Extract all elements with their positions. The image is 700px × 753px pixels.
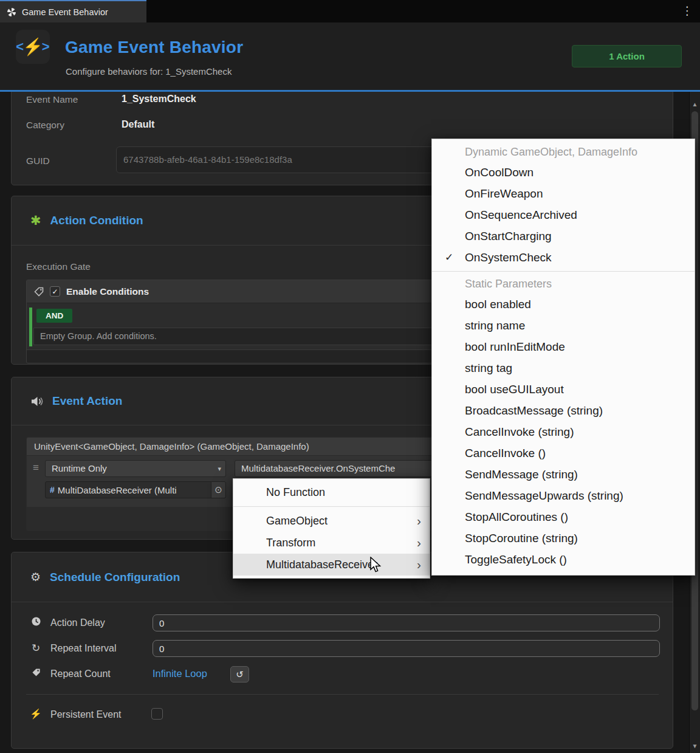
- persistent-event-checkbox[interactable]: [151, 708, 163, 720]
- lightning-icon: ⚡: [30, 708, 42, 720]
- menu-item-label: OnSequenceArchived: [465, 208, 577, 222]
- page-subtitle: Configure behaviors for: 1_SystemCheck: [66, 66, 232, 77]
- action-delay-input[interactable]: [153, 614, 660, 631]
- menu-item-label: ToggleSafetyLock (): [465, 553, 567, 566]
- menu-item-no-function[interactable]: No Function: [233, 481, 430, 503]
- menu-item-label: MultidatabaseReceiver: [266, 559, 377, 571]
- window-tab-bar: Game Event Behavior ⋮: [0, 0, 700, 22]
- menu-item-label: Transform: [266, 537, 315, 549]
- menu-item-label: StopCoroutine (string): [465, 532, 578, 545]
- refresh-icon: ↻: [30, 642, 42, 655]
- menu-item-stopcoroutine[interactable]: StopCoroutine (string): [432, 528, 695, 549]
- menu-item-cancelinvoke-string[interactable]: CancelInvoke (string): [432, 421, 695, 442]
- speaker-icon: [30, 396, 43, 407]
- menu-item-togglesafetylock[interactable]: ToggleSafetyLock (): [432, 549, 695, 570]
- action-condition-title: Action Condition: [50, 214, 143, 227]
- menu-item-onfireweapon[interactable]: OnFireWeapon: [432, 183, 695, 204]
- menu-item-label: No Function: [266, 486, 325, 499]
- target-object-value: MultiDatabaseReceiver (Multi: [58, 485, 211, 495]
- drag-handle-icon[interactable]: ≡: [33, 462, 39, 474]
- menu-item-label: CancelInvoke (): [465, 447, 546, 460]
- menu-item-label: OnCoolDown: [465, 166, 534, 179]
- target-object-field[interactable]: # MultiDatabaseReceiver (Multi ⊙: [45, 481, 226, 498]
- clock-icon: [30, 616, 42, 629]
- menu-item-onstartcharging[interactable]: OnStartCharging: [432, 225, 695, 247]
- dynamic-section-header: Dynamic GameObject, DamageInfo: [432, 143, 695, 162]
- schedule-divider: [26, 694, 659, 695]
- menu-separator: [432, 271, 695, 272]
- runtime-mode-dropdown[interactable]: Runtime Only ▾: [45, 460, 226, 477]
- event-name-label: Event Name: [26, 94, 78, 105]
- menu-item-label: OnFireWeapon: [465, 187, 543, 201]
- dynamic-section-header-label: Dynamic GameObject, DamageInfo: [465, 146, 637, 159]
- schedule-panel: ⚙ Schedule Configuration Action Delay ↻ …: [11, 552, 673, 749]
- menu-item-sendmessageupwards[interactable]: SendMessageUpwards (string): [432, 485, 695, 506]
- behavior-icon: < ⚡ >: [16, 30, 50, 64]
- menu-item-label: OnStartCharging: [465, 230, 552, 243]
- menu-item-cancelinvoke[interactable]: CancelInvoke (): [432, 442, 695, 464]
- runtime-mode-value: Runtime Only: [52, 463, 107, 473]
- window-menu-button[interactable]: ⋮: [679, 4, 695, 18]
- action-delay-label: Action Delay: [50, 617, 105, 628]
- menu-item-label: bool useGUILayout: [465, 383, 564, 396]
- event-action-title: Event Action: [52, 394, 122, 408]
- enable-conditions-checkbox[interactable]: ✓: [50, 286, 60, 297]
- menu-item-bool-useguilayout[interactable]: bool useGUILayout: [432, 379, 695, 400]
- loop-reset-icon: ↺: [236, 669, 244, 680]
- menu-item-multidatabasereceiver[interactable]: MultidatabaseReceiver ›: [233, 554, 430, 576]
- menu-item-bool-runineditmode[interactable]: bool runInEditMode: [432, 336, 695, 357]
- menu-item-onsystemcheck[interactable]: ✓ OnSystemCheck: [432, 247, 695, 268]
- scroll-up-icon[interactable]: ▲: [690, 101, 700, 108]
- function-context-menu: No Function GameObject › Transform › Mul…: [233, 478, 430, 579]
- chevron-right-icon: ›: [417, 537, 421, 549]
- tag-icon: [34, 287, 44, 297]
- logic-operator-badge[interactable]: AND: [36, 309, 72, 323]
- menu-item-label: string tag: [465, 362, 512, 375]
- menu-item-string-tag[interactable]: string tag: [432, 357, 695, 379]
- menu-item-label: bool runInEditMode: [465, 340, 565, 354]
- menu-item-label: OnSystemCheck: [465, 251, 552, 264]
- repeat-interval-label: Repeat Interval: [50, 643, 117, 654]
- menu-item-transform[interactable]: Transform ›: [233, 532, 430, 554]
- object-picker-icon[interactable]: ⊙: [211, 482, 225, 498]
- check-icon: ✓: [445, 251, 453, 264]
- event-name-value: 1_SystemCheck: [122, 94, 196, 105]
- mouse-cursor: [369, 557, 382, 576]
- header-divider: [0, 90, 700, 92]
- menu-item-label: bool enabled: [465, 298, 531, 311]
- menu-item-bool-enabled[interactable]: bool enabled: [432, 294, 695, 315]
- execution-gate-label: Execution Gate: [26, 261, 91, 272]
- menu-item-sendmessage[interactable]: SendMessage (string): [432, 464, 695, 485]
- actions-count-badge[interactable]: 1 Action: [572, 45, 682, 67]
- static-section-header-label: Static Parameters: [465, 278, 552, 291]
- condition-asterisk-icon: ✱: [30, 213, 41, 228]
- menu-item-oncooldown[interactable]: OnCoolDown: [432, 162, 695, 183]
- tag-icon: [30, 668, 42, 679]
- check-icon: ✓: [52, 287, 58, 296]
- menu-item-string-name[interactable]: string name: [432, 315, 695, 336]
- category-label: Category: [26, 120, 64, 131]
- menu-item-label: SendMessage (string): [465, 468, 578, 481]
- chevron-down-icon: ▾: [218, 461, 221, 476]
- window-icon: [7, 7, 16, 17]
- header: < ⚡ > Game Event Behavior Configure beha…: [0, 22, 700, 90]
- menu-item-label: StopAllCoroutines (): [465, 511, 568, 524]
- chevron-right-icon: ›: [417, 515, 421, 527]
- menu-item-broadcastmessage[interactable]: BroadcastMessage (string): [432, 400, 695, 421]
- menu-item-onsequencearchived[interactable]: OnSequenceArchived: [432, 204, 695, 225]
- group-accent-bar: [29, 308, 32, 346]
- category-value: Default: [122, 119, 154, 130]
- menu-item-label: SendMessageUpwards (string): [465, 489, 623, 503]
- repeat-interval-input[interactable]: [153, 640, 660, 657]
- scroll-down-icon[interactable]: ▼: [690, 743, 700, 749]
- menu-item-gameobject[interactable]: GameObject ›: [233, 510, 430, 532]
- repeat-count-value[interactable]: Infinite Loop: [153, 668, 207, 679]
- menu-separator: [233, 506, 430, 507]
- static-section-header: Static Parameters: [432, 275, 695, 294]
- menu-item-stopallcoroutines[interactable]: StopAllCoroutines (): [432, 506, 695, 528]
- reset-loop-button[interactable]: ↺: [230, 666, 249, 683]
- page-title: Game Event Behavior: [65, 38, 243, 57]
- menu-item-label: CancelInvoke (string): [465, 425, 574, 439]
- window-tab[interactable]: Game Event Behavior: [0, 0, 146, 22]
- script-hash-icon: #: [46, 485, 58, 495]
